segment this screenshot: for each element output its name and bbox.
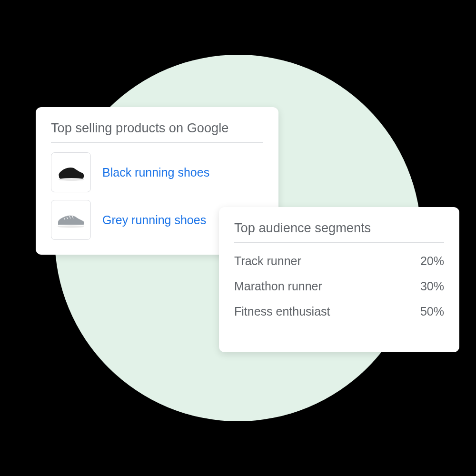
audience-segment-label: Track runner bbox=[234, 254, 301, 268]
product-thumbnail[interactable] bbox=[51, 200, 91, 240]
product-link[interactable]: Grey running shoes bbox=[102, 213, 206, 227]
product-link[interactable]: Black running shoes bbox=[102, 166, 209, 179]
products-card-title: Top selling products on Google bbox=[51, 120, 263, 143]
audience-row: Marathon runner 30% bbox=[234, 278, 444, 295]
svg-point-1 bbox=[58, 226, 84, 228]
audience-segment-value: 50% bbox=[420, 305, 444, 318]
audience-card: Top audience segments Track runner 20% M… bbox=[219, 207, 459, 352]
black-shoe-icon bbox=[57, 163, 85, 181]
audience-segment-value: 20% bbox=[420, 254, 444, 268]
audience-segment-label: Marathon runner bbox=[234, 279, 322, 293]
svg-point-0 bbox=[59, 178, 84, 181]
audience-row: Track runner 20% bbox=[234, 252, 444, 270]
audience-card-title: Top audience segments bbox=[234, 220, 444, 243]
product-thumbnail[interactable] bbox=[51, 152, 91, 192]
product-row: Black running shoes bbox=[51, 152, 263, 192]
audience-row: Fitness enthusiast 50% bbox=[234, 303, 444, 320]
grey-shoe-icon bbox=[56, 212, 86, 228]
audience-segment-label: Fitness enthusiast bbox=[234, 305, 330, 318]
audience-segment-value: 30% bbox=[420, 279, 444, 293]
